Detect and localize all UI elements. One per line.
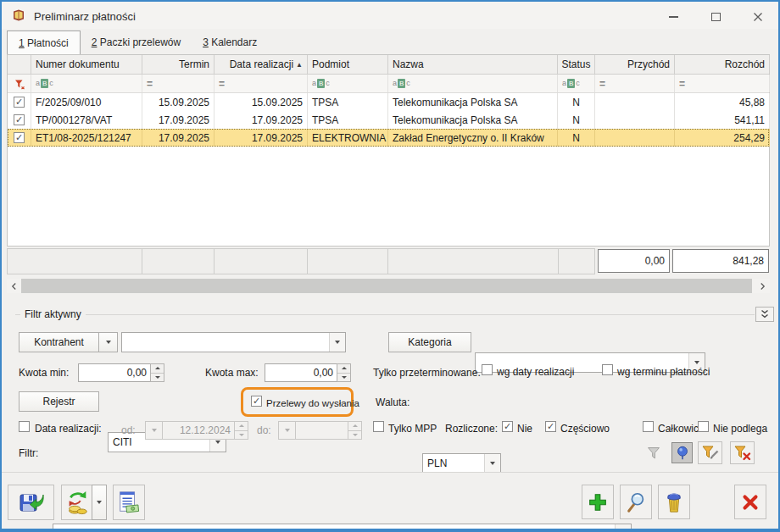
kwota-min-spinner[interactable]	[150, 363, 164, 382]
column-header-numer-dokumentu[interactable]: Numer dokumentu	[31, 55, 142, 74]
wg-daty-realizacji-checkbox[interactable]	[482, 364, 493, 375]
wg-terminu-platnosci-checkbox[interactable]	[602, 364, 613, 375]
spin-up-button[interactable]	[348, 422, 361, 430]
cell-status: N	[558, 93, 595, 111]
rozliczone-nie-podlega-checkbox[interactable]	[698, 421, 709, 432]
tab-kalendarz[interactable]: 3 Kalendarz	[192, 30, 268, 54]
tab-accel: 3	[203, 36, 209, 48]
close-list-button[interactable]	[734, 485, 766, 519]
tab-paczki-przelewow[interactable]: 2 Paczki przelewów	[81, 30, 192, 54]
table-row-selected[interactable]: ET1/08-2025/121247 17.09.2025 17.09.2025…	[8, 129, 769, 147]
combo-arrow[interactable]	[484, 454, 500, 472]
spin-down-button[interactable]	[235, 430, 248, 440]
settle-payments-dropdown-button[interactable]	[92, 485, 107, 520]
column-header-select[interactable]	[8, 55, 31, 74]
column-header-termin[interactable]: Termin	[142, 55, 214, 74]
settle-payments-button[interactable]	[61, 485, 92, 520]
filter-cell-przychod[interactable]: =	[595, 75, 675, 92]
add-button[interactable]	[582, 485, 614, 519]
pin-filter-toggle[interactable]	[671, 442, 693, 463]
data-realizacji-label[interactable]: Data realizacji:	[35, 423, 102, 435]
row-select-cell[interactable]	[8, 129, 31, 147]
przelewy-do-wyslania-label[interactable]: Przelewy do wysłania	[266, 397, 359, 409]
grid-empty-area	[8, 147, 769, 246]
wg-daty-realizacji-label[interactable]: wg daty realizacji	[497, 366, 574, 378]
apply-filter-button[interactable]	[643, 443, 665, 463]
rozliczone-calkowicie-checkbox[interactable]	[643, 421, 654, 432]
filter-cell-numer[interactable]: aBc	[31, 75, 142, 92]
rozliczone-czesciowo-label[interactable]: Częściowo	[560, 423, 610, 435]
wg-terminu-platnosci-label[interactable]: wg terminu płatności	[617, 366, 710, 378]
edit-filter-button[interactable]	[698, 441, 722, 464]
rozliczone-nie-label[interactable]: Nie	[517, 423, 532, 435]
maximize-button[interactable]	[695, 3, 736, 30]
rejestr-button[interactable]: Rejestr	[19, 391, 99, 412]
spin-up-button[interactable]	[337, 364, 350, 373]
export-transfers-button[interactable]	[8, 485, 54, 520]
combo-arrow[interactable]	[329, 333, 345, 352]
filter-cell-rozchod[interactable]: =	[675, 75, 770, 92]
column-header-status[interactable]: Status	[558, 55, 595, 74]
column-header-data-realizacji[interactable]: Data realizacji▲	[214, 55, 308, 74]
filter-cell-termin[interactable]: =	[142, 75, 214, 92]
row-select-cell[interactable]	[8, 93, 31, 111]
collapse-filter-button[interactable]	[755, 307, 774, 322]
column-header-label: Data realizacji	[230, 58, 293, 70]
do-dropdown-button[interactable]	[278, 421, 296, 440]
przelewy-do-wyslania-checkbox[interactable]	[251, 396, 262, 407]
row-checkbox[interactable]	[14, 132, 25, 143]
table-row[interactable]: F/2025/09/010 15.09.2025 15.09.2025 TPSA…	[8, 93, 769, 111]
minimize-button[interactable]	[653, 3, 694, 30]
kwota-max-input[interactable]: 0,00	[265, 363, 337, 382]
delete-button[interactable]	[658, 485, 690, 519]
kategoria-button[interactable]: Kategoria	[388, 332, 471, 352]
filter-cell-podmiot[interactable]: aBc	[308, 75, 388, 92]
kontrahent-button[interactable]: Kontrahent	[19, 332, 99, 352]
scrollbar-thumb[interactable]	[21, 279, 752, 293]
tab-label: Płatności	[27, 37, 69, 49]
close-window-button[interactable]	[738, 3, 778, 30]
spin-down-button[interactable]	[348, 430, 361, 440]
spin-down-button[interactable]	[151, 373, 164, 382]
column-header-podmiot[interactable]: Podmiot	[308, 55, 388, 74]
kontrahent-combobox[interactable]	[121, 332, 346, 352]
row-checkbox[interactable]	[14, 114, 25, 125]
filter-row-indicator[interactable]	[8, 75, 31, 92]
cell-podmiot: TPSA	[308, 93, 388, 111]
column-header-nazwa[interactable]: Nazwa	[388, 55, 558, 74]
column-header-rozchod[interactable]: Rozchód	[675, 55, 770, 74]
od-date-input[interactable]: 12.12.2024	[162, 421, 235, 440]
data-realizacji-checkbox[interactable]	[19, 421, 30, 432]
rozliczone-nie-podlega-label[interactable]: Nie podlega	[713, 423, 767, 435]
row-checkbox[interactable]	[14, 97, 25, 108]
do-date-input[interactable]	[295, 421, 348, 440]
filter-cell-status[interactable]: aBc	[558, 75, 595, 92]
waluta-combobox[interactable]: PLN	[422, 453, 501, 473]
tab-platnosci[interactable]: 1 Płatności	[7, 30, 81, 54]
kwota-max-spinner[interactable]	[337, 363, 351, 382]
scroll-left-button[interactable]	[7, 279, 21, 293]
od-dropdown-button[interactable]	[145, 421, 163, 440]
spin-up-button[interactable]	[235, 422, 248, 430]
row-select-cell[interactable]	[8, 111, 31, 129]
table-row[interactable]: TP/0001278/VAT 17.09.2025 17.09.2025 TPS…	[8, 111, 769, 129]
filter-cell-nazwa[interactable]: aBc	[388, 75, 558, 92]
horizontal-scrollbar[interactable]	[7, 279, 770, 293]
do-date-spinner[interactable]	[348, 421, 362, 440]
payment-confirmations-button[interactable]	[113, 485, 145, 520]
kontrahent-dropdown-button[interactable]	[98, 332, 118, 352]
kwota-max-label: Kwota max:	[205, 367, 259, 379]
view-button[interactable]	[620, 485, 652, 519]
od-date-spinner[interactable]	[234, 421, 248, 440]
clear-filter-button[interactable]	[730, 441, 755, 464]
tylko-mpp-checkbox[interactable]	[373, 421, 384, 432]
kwota-min-input[interactable]: 0,00	[78, 363, 151, 382]
scroll-right-button[interactable]	[755, 279, 770, 293]
rozliczone-czesciowo-checkbox[interactable]	[545, 421, 556, 432]
column-header-przychod[interactable]: Przychód	[595, 55, 675, 74]
filter-cell-data-realizacji[interactable]: =	[214, 75, 308, 92]
spin-up-button[interactable]	[151, 364, 164, 373]
rozliczone-nie-checkbox[interactable]	[502, 421, 513, 432]
spin-down-button[interactable]	[337, 373, 350, 382]
tylko-mpp-label[interactable]: Tylko MPP	[388, 423, 437, 435]
